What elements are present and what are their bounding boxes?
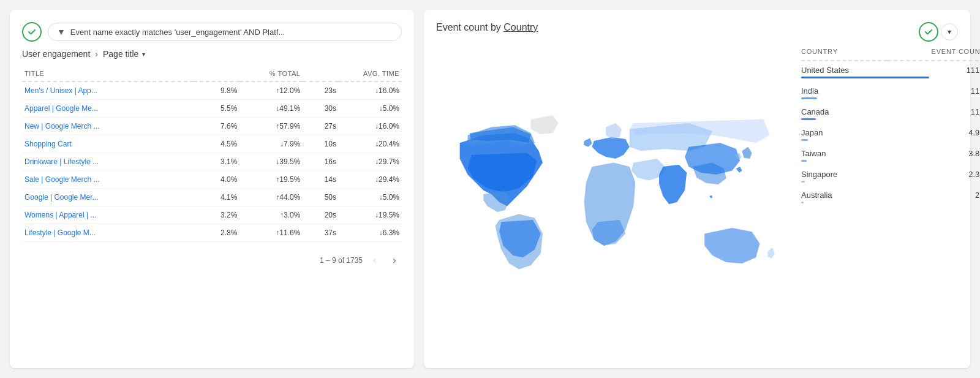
filter-icon: ▼ bbox=[57, 27, 66, 37]
row-pct: 7.6% bbox=[194, 118, 240, 135]
country-bar bbox=[801, 77, 929, 78]
next-page-button[interactable]: › bbox=[387, 253, 402, 268]
table-row[interactable]: New | Google Merch ... 7.6% ↑57.9% 27s ↓… bbox=[22, 118, 402, 135]
table-row[interactable]: Apparel | Google Me... 5.5% ↓49.1% 30s ↓… bbox=[22, 100, 402, 118]
page-title-table: TITLE % TOTAL AVG. TIME Men's / Unisex |… bbox=[22, 66, 402, 242]
row-pct-change: ↓49.1% bbox=[239, 100, 303, 118]
table-row[interactable]: Men's / Unisex | App... 9.8% ↑12.0% 23s … bbox=[22, 81, 402, 100]
row-title: Drinkware | Lifestyle ... bbox=[22, 153, 194, 171]
country-bar-row bbox=[801, 76, 980, 82]
country-value: 111K bbox=[888, 61, 980, 76]
country-bar-row bbox=[801, 97, 980, 103]
row-time: 50s bbox=[303, 189, 339, 206]
filter-check-icon[interactable] bbox=[22, 22, 42, 42]
row-time-change: ↓19.5% bbox=[339, 206, 402, 224]
prev-page-button[interactable]: ‹ bbox=[368, 253, 382, 268]
country-bar-cell bbox=[801, 180, 980, 186]
col-pct-total: % TOTAL bbox=[194, 66, 303, 81]
table-row[interactable]: Lifestyle | Google M... 2.8% ↑11.6% 37s … bbox=[22, 224, 402, 242]
row-time: 14s bbox=[303, 171, 339, 189]
chart-dropdown-button[interactable]: ▾ bbox=[941, 23, 958, 40]
row-title: Sale | Google Merch ... bbox=[22, 171, 194, 189]
table-row[interactable]: Drinkware | Lifestyle ... 3.1% ↓39.5% 16… bbox=[22, 153, 402, 171]
row-time-change: ↓20.4% bbox=[339, 135, 402, 153]
country-row[interactable]: Canada 11K bbox=[801, 103, 980, 118]
chart-title-country: Country bbox=[503, 22, 538, 32]
country-row[interactable]: Japan 4.9K bbox=[801, 124, 980, 138]
left-panel: ▼ Event name exactly matches 'user_engag… bbox=[10, 10, 414, 368]
country-bar bbox=[801, 160, 807, 162]
country-bar-cell bbox=[801, 159, 980, 165]
country-name: India bbox=[801, 82, 888, 97]
row-time: 16s bbox=[303, 153, 339, 171]
row-pct: 4.5% bbox=[194, 135, 240, 153]
filter-pill[interactable]: ▼ Event name exactly matches 'user_engag… bbox=[48, 23, 402, 41]
country-bar-row bbox=[801, 138, 980, 145]
country-bar-row bbox=[801, 180, 980, 186]
country-bar-cell bbox=[801, 118, 980, 124]
country-row[interactable]: Australia 2K bbox=[801, 186, 980, 201]
country-row[interactable]: United States 111K bbox=[801, 61, 980, 76]
country-bar bbox=[801, 97, 817, 99]
row-pct-change: ↑12.0% bbox=[239, 81, 303, 100]
country-bar bbox=[801, 202, 804, 203]
country-value: 2K bbox=[888, 186, 980, 201]
country-table: COUNTRY EVENT COUNT United States 111K I… bbox=[801, 48, 980, 207]
filter-row: ▼ Event name exactly matches 'user_engag… bbox=[22, 22, 402, 42]
country-value: 11K bbox=[888, 103, 980, 118]
row-time-change: ↓16.0% bbox=[339, 81, 402, 100]
breadcrumb-current[interactable]: Page title ▾ bbox=[103, 49, 145, 59]
country-value: 2.3K bbox=[888, 165, 980, 180]
right-header: Event count by Country ▾ bbox=[436, 22, 958, 42]
map-area: COUNTRY EVENT COUNT United States 111K I… bbox=[436, 48, 958, 356]
row-pct: 9.8% bbox=[194, 81, 240, 100]
dropdown-arrow-icon: ▾ bbox=[142, 51, 145, 58]
country-bar bbox=[801, 139, 808, 141]
country-value: 3.8K bbox=[888, 145, 980, 159]
row-pct: 4.0% bbox=[194, 171, 240, 189]
row-pct: 4.1% bbox=[194, 189, 240, 206]
table-row[interactable]: Google | Google Mer... 4.1% ↑44.0% 50s ↓… bbox=[22, 189, 402, 206]
chart-title-prefix: Event count by bbox=[436, 22, 503, 32]
table-row[interactable]: Shopping Cart 4.5% ↓7.9% 10s ↓20.4% bbox=[22, 135, 402, 153]
pagination: 1 – 9 of 1735 ‹ › bbox=[22, 253, 402, 268]
row-pct-change: ↑44.0% bbox=[239, 189, 303, 206]
row-pct: 5.5% bbox=[194, 100, 240, 118]
row-pct-change: ↑3.0% bbox=[239, 206, 303, 224]
row-time: 10s bbox=[303, 135, 339, 153]
right-check-icon[interactable] bbox=[919, 22, 938, 42]
country-name: Canada bbox=[801, 103, 888, 118]
table-row[interactable]: Sale | Google Merch ... 4.0% ↑19.5% 14s … bbox=[22, 171, 402, 189]
row-time-change: ↓16.0% bbox=[339, 118, 402, 135]
country-name: Japan bbox=[801, 124, 888, 138]
table-row[interactable]: Womens | Apparel | ... 3.2% ↑3.0% 20s ↓1… bbox=[22, 206, 402, 224]
country-row[interactable]: Taiwan 3.8K bbox=[801, 145, 980, 159]
chevron-right-icon: › bbox=[95, 49, 98, 59]
right-panel: Event count by Country ▾ bbox=[424, 10, 970, 368]
row-time-change: ↓5.0% bbox=[339, 100, 402, 118]
country-name: United States bbox=[801, 61, 888, 76]
row-time-change: ↓6.3% bbox=[339, 224, 402, 242]
country-table-container: COUNTRY EVENT COUNT United States 111K I… bbox=[801, 48, 980, 356]
country-row[interactable]: India 11K bbox=[801, 82, 980, 97]
chart-title: Event count by Country bbox=[436, 22, 538, 33]
row-title: Men's / Unisex | App... bbox=[22, 81, 194, 100]
country-bar-cell bbox=[801, 201, 980, 207]
country-bar-cell bbox=[801, 138, 980, 145]
filter-text: Event name exactly matches 'user_engagem… bbox=[70, 28, 285, 37]
country-name: Singapore bbox=[801, 165, 888, 180]
breadcrumb-parent[interactable]: User engagement bbox=[22, 49, 90, 59]
country-row[interactable]: Singapore 2.3K bbox=[801, 165, 980, 180]
row-title: Shopping Cart bbox=[22, 135, 194, 153]
row-pct-change: ↑57.9% bbox=[239, 118, 303, 135]
row-time: 20s bbox=[303, 206, 339, 224]
row-pct-change: ↑19.5% bbox=[239, 171, 303, 189]
row-pct-change: ↑11.6% bbox=[239, 224, 303, 242]
row-pct: 3.1% bbox=[194, 153, 240, 171]
row-title: New | Google Merch ... bbox=[22, 118, 194, 135]
breadcrumb-current-label: Page title bbox=[103, 49, 138, 59]
right-controls: ▾ bbox=[919, 22, 958, 42]
row-pct-change: ↓39.5% bbox=[239, 153, 303, 171]
country-bar-row bbox=[801, 201, 980, 207]
country-bar-cell bbox=[801, 97, 980, 103]
